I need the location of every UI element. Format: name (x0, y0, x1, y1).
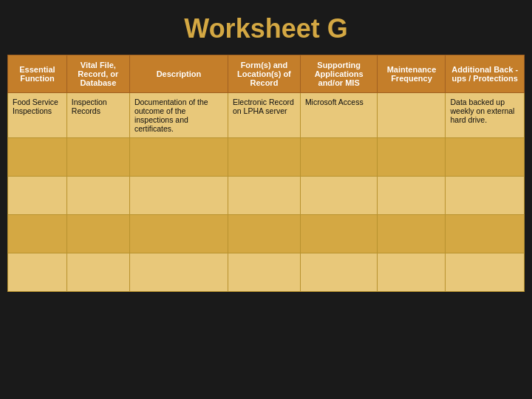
cell-supporting (300, 253, 378, 292)
cell-vital-file: Inspection Records (66, 93, 129, 138)
table-row: Food Service Inspections Inspection Reco… (8, 93, 525, 138)
worksheet-table: Essential Function Vital File, Record, o… (7, 55, 525, 292)
cell-essential-function: Food Service Inspections (8, 93, 67, 138)
col-header-maintenance: Maintenance Frequency (378, 55, 446, 93)
page-title: Worksheet G (0, 0, 532, 55)
cell-forms (228, 138, 300, 177)
table-row (8, 138, 525, 177)
cell-forms (228, 177, 300, 215)
table-row (8, 215, 525, 253)
col-header-description: Description (129, 55, 228, 93)
table-wrapper: Essential Function Vital File, Record, o… (7, 55, 525, 292)
col-header-additional: Additional Back -ups / Protections (446, 55, 525, 93)
cell-vital-file (66, 177, 129, 215)
cell-additional (446, 177, 525, 215)
cell-supporting: Microsoft Access (300, 93, 378, 138)
cell-supporting (300, 138, 378, 177)
cell-maintenance (378, 93, 446, 138)
cell-vital-file (66, 253, 129, 292)
cell-description: Documentation of the outcome of the insp… (129, 93, 228, 138)
cell-forms (228, 253, 300, 292)
cell-maintenance (378, 215, 446, 253)
cell-maintenance (378, 177, 446, 215)
cell-vital-file (66, 138, 129, 177)
cell-vital-file (66, 215, 129, 253)
cell-maintenance (378, 253, 446, 292)
cell-essential-function (8, 253, 67, 292)
table-row (8, 253, 525, 292)
col-header-essential-function: Essential Function (8, 55, 67, 93)
cell-maintenance (378, 138, 446, 177)
col-header-forms: Form(s) and Location(s) of Record (228, 55, 300, 93)
table-header-row: Essential Function Vital File, Record, o… (8, 55, 525, 93)
cell-description (129, 253, 228, 292)
cell-essential-function (8, 177, 67, 215)
cell-forms (228, 215, 300, 253)
cell-supporting (300, 177, 378, 215)
cell-supporting (300, 215, 378, 253)
col-header-vital-file: Vital File, Record, or Database (66, 55, 129, 93)
cell-additional (446, 138, 525, 177)
cell-description (129, 215, 228, 253)
col-header-supporting: Supporting Applications and/or MIS (300, 55, 378, 93)
cell-additional (446, 253, 525, 292)
cell-additional: Data backed up weekly on external hard d… (446, 93, 525, 138)
cell-forms: Electronic Record on LPHA server (228, 93, 300, 138)
cell-description (129, 177, 228, 215)
cell-essential-function (8, 138, 67, 177)
table-row (8, 177, 525, 215)
cell-description (129, 138, 228, 177)
cell-additional (446, 215, 525, 253)
cell-essential-function (8, 215, 67, 253)
